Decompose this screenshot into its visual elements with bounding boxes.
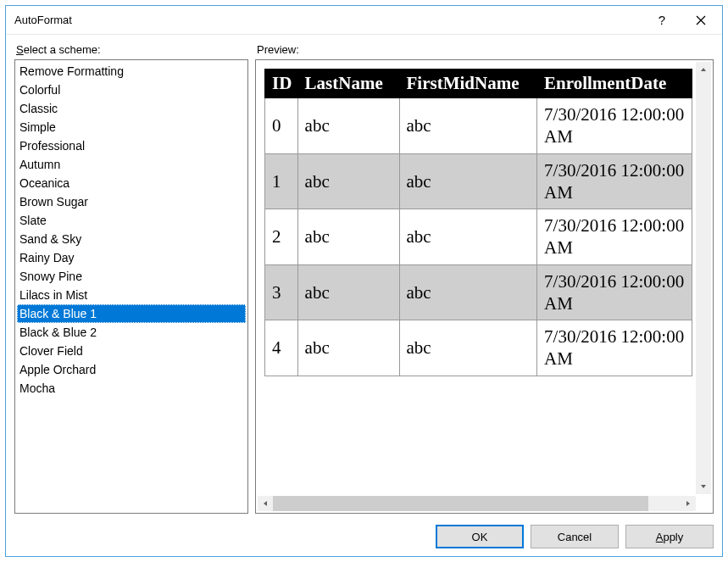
header-id: ID xyxy=(265,70,298,98)
table-cell: abc xyxy=(399,209,537,265)
table-cell: abc xyxy=(297,153,399,209)
scheme-item[interactable]: Lilacs in Mist xyxy=(17,286,246,304)
cancel-button[interactable]: Cancel xyxy=(531,525,619,548)
scheme-item[interactable]: Professional xyxy=(17,136,246,155)
table-cell: abc xyxy=(399,153,537,209)
horizontal-scroll-track[interactable] xyxy=(273,496,681,511)
table-row: 4abcabc7/30/2016 12:00:00 AM xyxy=(265,320,692,376)
scheme-item[interactable]: Autumn xyxy=(17,155,246,174)
table-row: 2abcabc7/30/2016 12:00:00 AM xyxy=(265,209,692,265)
table-row: 1abcabc7/30/2016 12:00:00 AM xyxy=(265,153,692,209)
table-cell: 7/30/2016 12:00:00 AM xyxy=(537,98,692,154)
table-header-row: ID LastName FirstMidName EnrollmentDate xyxy=(265,70,692,98)
horizontal-scrollbar[interactable] xyxy=(258,496,696,511)
table-cell: abc xyxy=(297,209,399,265)
scheme-item[interactable]: Sand & Sky xyxy=(17,230,246,248)
close-button[interactable] xyxy=(681,8,720,33)
table-cell: 4 xyxy=(265,320,298,376)
table-cell: 2 xyxy=(265,209,298,265)
autoformat-dialog: AutoFormat ? Select a scheme: Remove For… xyxy=(5,5,723,557)
scheme-item[interactable]: Slate xyxy=(17,211,246,230)
preview-panel: ID LastName FirstMidName EnrollmentDate … xyxy=(255,59,714,514)
table-row: 0abcabc7/30/2016 12:00:00 AM xyxy=(265,98,692,154)
ok-button[interactable]: OK xyxy=(436,525,524,548)
apply-button[interactable]: Apply xyxy=(625,525,714,548)
scheme-item[interactable]: Snowy Pine xyxy=(17,267,246,286)
select-scheme-label: Select a scheme: xyxy=(14,43,248,56)
scheme-listbox[interactable]: Remove FormattingColorfulClassicSimplePr… xyxy=(14,59,248,514)
table-cell: 7/30/2016 12:00:00 AM xyxy=(537,320,692,376)
table-row: 3abcabc7/30/2016 12:00:00 AM xyxy=(265,264,692,320)
scheme-item[interactable]: Brown Sugar xyxy=(17,192,246,211)
table-cell: 7/30/2016 12:00:00 AM xyxy=(537,153,692,209)
dialog-footer: OK Cancel Apply xyxy=(6,517,722,556)
scroll-up-arrow-icon[interactable] xyxy=(696,62,711,77)
scheme-item[interactable]: Classic xyxy=(17,99,246,118)
help-button[interactable]: ? xyxy=(642,8,681,33)
table-cell: 7/30/2016 12:00:00 AM xyxy=(537,264,692,320)
scheme-item[interactable]: Apple Orchard xyxy=(17,360,246,379)
preview-scroll-area: ID LastName FirstMidName EnrollmentDate … xyxy=(256,60,713,513)
table-cell: 1 xyxy=(265,153,298,209)
horizontal-scroll-thumb[interactable] xyxy=(273,496,648,511)
close-icon xyxy=(696,15,706,25)
scheme-item[interactable]: Rainy Day xyxy=(17,248,246,267)
header-enrollmentdate: EnrollmentDate xyxy=(537,70,692,98)
table-cell: abc xyxy=(399,320,537,376)
table-cell: abc xyxy=(297,320,399,376)
scroll-left-arrow-icon[interactable] xyxy=(258,496,273,511)
preview-table: ID LastName FirstMidName EnrollmentDate … xyxy=(264,69,692,376)
vertical-scrollbar[interactable] xyxy=(696,62,711,494)
titlebar: AutoFormat ? xyxy=(6,6,722,35)
table-cell: abc xyxy=(297,98,399,154)
scheme-item[interactable]: Remove Formatting xyxy=(17,62,246,81)
scheme-item[interactable]: Black & Blue 2 xyxy=(17,323,246,342)
scheme-item[interactable]: Mocha xyxy=(17,379,246,398)
scheme-item[interactable]: Clover Field xyxy=(17,342,246,360)
table-cell: 3 xyxy=(265,264,298,320)
scroll-right-arrow-icon[interactable] xyxy=(681,496,696,511)
dialog-content: Select a scheme: Remove FormattingColorf… xyxy=(6,35,722,517)
table-cell: 0 xyxy=(265,98,298,154)
table-cell: 7/30/2016 12:00:00 AM xyxy=(537,209,692,265)
scheme-column: Select a scheme: Remove FormattingColorf… xyxy=(14,43,248,514)
preview-column: Preview: ID LastName FirstMidName Enroll xyxy=(255,43,714,514)
preview-label: Preview: xyxy=(255,43,714,56)
scheme-item[interactable]: Black & Blue 1 xyxy=(17,304,246,323)
table-cell: abc xyxy=(399,98,537,154)
scheme-item[interactable]: Simple xyxy=(17,118,246,136)
header-firstmidname: FirstMidName xyxy=(399,70,537,98)
table-cell: abc xyxy=(399,264,537,320)
header-lastname: LastName xyxy=(297,70,399,98)
scroll-down-arrow-icon[interactable] xyxy=(696,479,711,494)
dialog-title: AutoFormat xyxy=(14,14,642,26)
scheme-item[interactable]: Colorful xyxy=(17,81,246,99)
table-cell: abc xyxy=(297,264,399,320)
scheme-item[interactable]: Oceanica xyxy=(17,174,246,192)
